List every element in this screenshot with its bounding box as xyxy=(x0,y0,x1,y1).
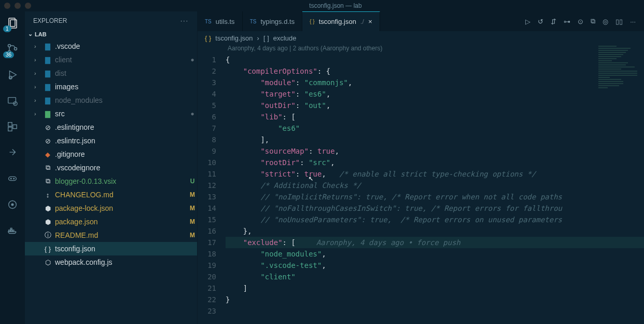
traffic-lights[interactable] xyxy=(4,3,31,9)
gitlens-icon[interactable] xyxy=(5,145,20,160)
folder-section-header[interactable]: ⌄ LAB xyxy=(25,30,197,38)
compass-icon[interactable]: ◎ xyxy=(603,18,608,25)
file-type-icon: { } xyxy=(310,19,314,24)
code-line-5[interactable]: "outDir": "out", xyxy=(226,100,644,111)
item-label: package-lock.json xyxy=(55,204,185,212)
file--vscodeignore[interactable]: ⧉.vscodeignore xyxy=(25,161,197,174)
file-tree: ›▇.vscode›▇client●›▇dist›▇images›▇node_m… xyxy=(25,38,197,270)
folder-client[interactable]: ›▇client● xyxy=(25,53,197,66)
svg-rect-9 xyxy=(8,123,12,126)
file-changelog-md[interactable]: ↕CHANGELOG.mdM xyxy=(25,188,197,201)
file--eslintignore[interactable]: ⊘.eslintignore xyxy=(25,120,197,134)
code-line-6[interactable]: "lib": [ xyxy=(226,111,644,123)
item-label: webpack.config.js xyxy=(55,258,185,266)
breadcrumb[interactable]: { } tsconfig.json › [ ] exclude xyxy=(198,31,644,45)
source-control-icon[interactable]: 36 xyxy=(5,42,20,56)
json-icon: { } xyxy=(205,34,211,42)
chevron-right-icon: › xyxy=(34,70,40,76)
more-actions-icon[interactable]: ··· xyxy=(630,18,636,25)
history-icon[interactable]: ↺ xyxy=(538,18,543,25)
code-line-19[interactable]: ".vscode-test", xyxy=(226,260,644,271)
run-icon[interactable]: ▷ xyxy=(525,18,530,25)
code-line-3[interactable]: "module": "commonjs", xyxy=(226,77,644,88)
file-icon: ⧉ xyxy=(44,177,52,185)
tab-utils-ts[interactable]: TSutils.ts xyxy=(198,11,243,31)
git-compare-icon[interactable]: ⇵ xyxy=(551,18,556,25)
editor-area: TSutils.tsTStypings.d.ts{ }tsconfig.json… xyxy=(198,11,644,324)
file-package-json[interactable]: ⬢package.jsonM xyxy=(25,215,197,228)
git-badge: 36 xyxy=(3,51,14,58)
folder-dist[interactable]: ›▇dist xyxy=(25,66,197,80)
docker-icon[interactable] xyxy=(5,223,20,238)
svg-rect-7 xyxy=(8,98,16,103)
commit-graph-icon[interactable]: ⊶ xyxy=(564,18,570,25)
code-line-14[interactable]: // "noFallthroughCasesInSwitch": true, /… xyxy=(226,203,644,214)
file-readme-md[interactable]: ⓘREADME.mdM xyxy=(25,228,197,242)
timeline-icon[interactable] xyxy=(5,197,20,212)
file--eslintrc-json[interactable]: ⊘.eslintrc.json xyxy=(25,134,197,147)
file-webpack-config-js[interactable]: ⬡webpack.config.js xyxy=(25,255,197,269)
file-icon: ⬢ xyxy=(44,205,52,212)
minimap[interactable] xyxy=(598,45,644,107)
file--gitignore[interactable]: ◆.gitignore xyxy=(25,147,197,161)
code-line-13[interactable]: // "noImplicitReturns": true, /* Report … xyxy=(226,191,644,203)
diff-icon[interactable]: ⧉ xyxy=(591,17,595,25)
file-package-lock-json[interactable]: ⬢package-lock.jsonM xyxy=(25,201,197,215)
file-tsconfig-json[interactable]: { }tsconfig.json xyxy=(25,242,197,255)
close-tab-icon[interactable]: × xyxy=(368,18,372,25)
code-line-16[interactable]: }, xyxy=(226,225,644,237)
code-line-21[interactable]: ] xyxy=(226,282,644,294)
minimize-window-icon[interactable] xyxy=(15,3,21,9)
file-blogger-0-0-13-vsix[interactable]: ⧉blogger-0.0.13.vsixU xyxy=(25,174,197,188)
folder-node-modules[interactable]: ›▇node_modules xyxy=(25,93,197,107)
code-line-8[interactable]: ], xyxy=(226,134,644,145)
tab-tsconfig-json[interactable]: { }tsconfig.json./× xyxy=(302,11,380,31)
code-line-12[interactable]: /* Additional Checks */ xyxy=(226,180,644,191)
root-folder-name: LAB xyxy=(35,31,47,37)
code-line-22[interactable]: } xyxy=(226,294,644,305)
sidebar-more-icon[interactable]: ··· xyxy=(180,17,189,24)
sidebar-title: EXPLORER xyxy=(33,17,67,24)
file-icon: ↕ xyxy=(44,191,52,199)
chevron-right-icon: › xyxy=(34,43,40,49)
folder-images[interactable]: ›▇images xyxy=(25,80,197,93)
run-debug-icon[interactable] xyxy=(5,68,20,82)
item-label: CHANGELOG.md xyxy=(55,191,185,199)
item-label: .gitignore xyxy=(55,150,185,158)
chevron-right-icon: › xyxy=(34,57,40,63)
tab-typings-d-ts[interactable]: TStypings.d.ts xyxy=(243,11,303,31)
folder-src[interactable]: ›▇src● xyxy=(25,107,197,120)
extensions-icon[interactable] xyxy=(5,119,20,134)
games-icon[interactable] xyxy=(5,171,20,186)
gitlens-blame-header: Aaronphy, 4 days ago | 2 authors (Aaronp… xyxy=(198,45,644,54)
code-line-4[interactable]: "target": "es6", xyxy=(226,88,644,100)
code-line-7[interactable]: "es6" xyxy=(226,123,644,134)
code-editor[interactable]: 1234567891011121314151617181920212223 { … xyxy=(198,54,644,324)
folder--vscode[interactable]: ›▇.vscode xyxy=(25,39,197,53)
code-line-17[interactable]: "exclude": [Aaronphy, 4 days ago • force… xyxy=(226,237,644,248)
code-line-11[interactable]: "strict": true, /* enable all strict typ… xyxy=(226,168,644,180)
title-bar: tsconfig.json — lab xyxy=(0,0,644,11)
explorer-badge: 1 xyxy=(3,25,11,32)
code-line-10[interactable]: "rootDir": "src", xyxy=(226,157,644,168)
tab-path: ./ xyxy=(360,18,364,25)
tab-bar: TSutils.tsTStypings.d.ts{ }tsconfig.json… xyxy=(198,11,644,31)
code-line-2[interactable]: "compilerOptions": { xyxy=(226,65,644,77)
sidebar: EXPLORER ··· ⌄ LAB ›▇.vscode›▇client●›▇d… xyxy=(25,11,198,324)
breadcrumb-symbol[interactable]: exclude xyxy=(273,34,297,42)
zoom-window-icon[interactable] xyxy=(25,3,31,9)
svg-point-14 xyxy=(13,178,15,179)
remote-explorer-icon[interactable] xyxy=(5,93,20,108)
explorer-icon[interactable]: 1 xyxy=(5,16,20,30)
open-changes-icon[interactable]: ⊙ xyxy=(578,18,583,25)
code-line-18[interactable]: "node_modules", xyxy=(226,248,644,260)
code-line-20[interactable]: "client" xyxy=(226,271,644,282)
close-window-icon[interactable] xyxy=(4,3,10,9)
code-line-1[interactable]: { xyxy=(226,54,644,65)
breadcrumb-file[interactable]: tsconfig.json xyxy=(215,34,253,42)
split-editor-icon[interactable]: ▯▯ xyxy=(615,18,623,25)
code-line-9[interactable]: "sourceMap": true, xyxy=(226,145,644,157)
item-label: dist xyxy=(55,69,185,77)
code-line-15[interactable]: // "noUnusedParameters": true, /* Report… xyxy=(226,214,644,225)
file-icon: ◆ xyxy=(44,151,52,158)
